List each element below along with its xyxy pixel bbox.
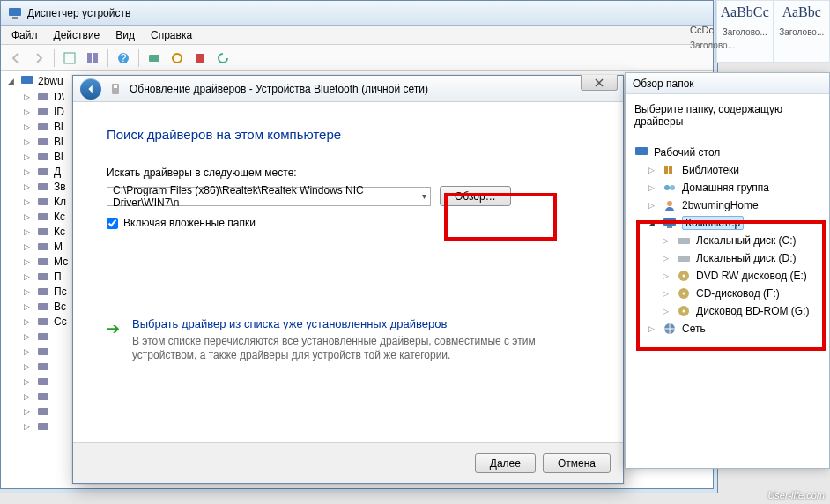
expand-icon[interactable]: ▷ xyxy=(24,287,33,296)
tree-item[interactable]: ▷Д xyxy=(24,164,78,179)
expand-icon[interactable]: ▷ xyxy=(648,324,657,333)
nav-back-icon[interactable] xyxy=(6,48,26,68)
tree-item[interactable]: ▷ xyxy=(24,344,78,359)
tree-disk-d[interactable]: ▷ Локальный диск (D:) xyxy=(634,249,820,267)
expand-icon[interactable]: ▷ xyxy=(663,254,671,263)
tree-item[interactable]: ▷Кс xyxy=(24,209,78,224)
menu-view[interactable]: Вид xyxy=(108,27,142,43)
menu-file[interactable]: Файл xyxy=(4,27,45,43)
next-button[interactable]: Далее xyxy=(475,453,536,473)
tb-refresh-icon[interactable] xyxy=(213,48,233,68)
cancel-button[interactable]: Отмена xyxy=(543,453,611,473)
tree-item[interactable]: ▷Зв xyxy=(24,179,78,194)
dlg-titlebar[interactable]: Обновление драйверов - Устройства Blueto… xyxy=(73,76,623,102)
tree-item[interactable]: ▷Мс xyxy=(24,254,78,269)
expand-icon[interactable]: ▷ xyxy=(24,392,33,401)
expand-icon[interactable]: ▷ xyxy=(24,227,33,236)
expand-icon[interactable]: ▷ xyxy=(24,317,33,326)
tree-user[interactable]: ▷ 2bwumingHome xyxy=(634,196,820,214)
include-sub-row[interactable]: Включая вложенные папки xyxy=(107,217,589,229)
tree-root[interactable]: ◢ 2bwu xyxy=(8,75,78,87)
expand-icon[interactable]: ▷ xyxy=(24,197,33,206)
tree-item[interactable]: ▷Bl xyxy=(24,149,78,164)
expand-icon[interactable]: ▷ xyxy=(24,362,33,371)
expand-icon[interactable]: ▷ xyxy=(24,332,33,341)
choose-driver-link[interactable]: ➔ Выбрать драйвер из списка уже установл… xyxy=(107,317,589,362)
menu-help[interactable]: Справка xyxy=(144,27,199,43)
expand-icon[interactable]: ▷ xyxy=(648,183,657,192)
device-icon xyxy=(36,121,50,133)
expand-icon[interactable]: ◢ xyxy=(8,77,17,85)
tree-item[interactable]: ▷Bl xyxy=(24,119,78,134)
style-cell-1[interactable]: АаBbСс Заголово... xyxy=(716,0,774,63)
tree-network[interactable]: ▷ Сеть xyxy=(634,320,820,337)
back-button[interactable] xyxy=(80,78,101,100)
expand-icon[interactable]: ▷ xyxy=(24,107,33,116)
expand-icon[interactable]: ▷ xyxy=(663,236,671,245)
device-tree[interactable]: ◢ 2bwu ▷D\▷ID▷Bl▷Bl▷Bl▷Д▷Зв▷Кл▷Кс▷Кс▷М▷М… xyxy=(8,75,78,467)
close-button[interactable] xyxy=(581,75,618,91)
devmgr-titlebar[interactable]: Диспетчер устройств xyxy=(1,1,713,26)
expand-icon[interactable]: ▷ xyxy=(648,166,657,174)
tree-item[interactable]: ▷П xyxy=(24,269,78,284)
expand-icon[interactable]: ▷ xyxy=(24,122,33,131)
expand-icon[interactable]: ▷ xyxy=(24,212,33,221)
expand-icon[interactable]: ▷ xyxy=(24,167,33,176)
tb-help-icon[interactable]: ? xyxy=(114,48,133,68)
nav-fwd-icon[interactable] xyxy=(29,48,48,68)
tree-item[interactable]: ▷ xyxy=(24,374,78,389)
tree-item[interactable]: ▷ xyxy=(24,419,78,434)
expand-icon[interactable]: ▷ xyxy=(24,242,33,251)
expand-icon[interactable]: ▷ xyxy=(24,93,33,101)
tree-computer[interactable]: ◢ Компьютер xyxy=(634,214,820,232)
include-sub-checkbox[interactable] xyxy=(107,218,118,229)
tree-item[interactable]: ▷Bl xyxy=(24,134,78,149)
tree-item[interactable]: ▷ xyxy=(24,404,78,419)
expand-icon[interactable]: ▷ xyxy=(663,289,671,298)
svg-rect-35 xyxy=(114,85,117,88)
expand-icon[interactable]: ▷ xyxy=(24,272,33,281)
tree-item[interactable]: ▷ xyxy=(24,389,78,404)
expand-icon[interactable]: ▷ xyxy=(24,152,33,161)
tree-cd[interactable]: ▷ CD-дисковод (F:) xyxy=(634,285,820,302)
tree-item[interactable]: ▷Пс xyxy=(24,284,78,299)
tree-libraries[interactable]: ▷ Библиотеки xyxy=(634,161,820,179)
expand-icon[interactable]: ▷ xyxy=(24,377,33,386)
expand-icon[interactable]: ▷ xyxy=(24,422,33,431)
tb-scan-icon[interactable] xyxy=(145,48,164,68)
expand-icon[interactable]: ▷ xyxy=(24,257,33,266)
tree-item[interactable]: ▷М xyxy=(24,239,78,254)
menu-action[interactable]: Действие xyxy=(47,27,107,43)
tree-item[interactable]: ▷Сс xyxy=(24,314,78,329)
tree-item[interactable]: ▷ xyxy=(24,359,78,374)
expand-icon[interactable]: ▷ xyxy=(24,302,33,311)
tree-bd[interactable]: ▷ Дисковод BD-ROM (G:) xyxy=(634,302,820,320)
tb-update-icon[interactable] xyxy=(167,48,187,68)
tree-item[interactable]: ▷ xyxy=(24,329,78,344)
expand-icon[interactable]: ▷ xyxy=(24,407,33,416)
expand-icon[interactable]: ▷ xyxy=(663,271,671,280)
tree-dvd[interactable]: ▷ DVD RW дисковод (E:) xyxy=(634,267,820,285)
expand-icon[interactable]: ▷ xyxy=(648,201,657,210)
style-cell-2[interactable]: АаBbс Заголово... xyxy=(774,0,831,63)
expand-icon[interactable]: ▷ xyxy=(24,182,33,191)
tree-homegroup[interactable]: ▷ Домашняя группа xyxy=(634,179,820,196)
tb-icon-1[interactable] xyxy=(60,48,79,68)
folder-tree[interactable]: Рабочий стол ▷ Библиотеки ▷ Домашняя гру… xyxy=(634,144,820,337)
tree-item[interactable]: ▷Кс xyxy=(24,224,78,239)
tree-item[interactable]: ▷D\ xyxy=(24,89,78,104)
expand-icon[interactable]: ▷ xyxy=(24,137,33,146)
expand-icon[interactable]: ▷ xyxy=(24,347,33,356)
expand-icon[interactable]: ▷ xyxy=(663,307,671,315)
tree-item[interactable]: ▷Кл xyxy=(24,194,78,209)
tree-desktop[interactable]: Рабочий стол xyxy=(634,144,820,161)
tree-disk-c[interactable]: ▷ Локальный диск (C:) xyxy=(634,232,820,249)
browse-button[interactable]: Обзор… xyxy=(440,186,511,206)
tree-item[interactable]: ▷Вс xyxy=(24,299,78,314)
tb-uninstall-icon[interactable] xyxy=(190,48,210,68)
browse-titlebar[interactable]: Обзор папок xyxy=(626,73,829,94)
tb-icon-2[interactable] xyxy=(83,48,102,68)
tree-item[interactable]: ▷ID xyxy=(24,104,78,119)
collapse-icon[interactable]: ◢ xyxy=(648,219,657,227)
path-combo[interactable]: C:\Program Files (x86)\Realtek\Realtek W… xyxy=(107,187,431,206)
